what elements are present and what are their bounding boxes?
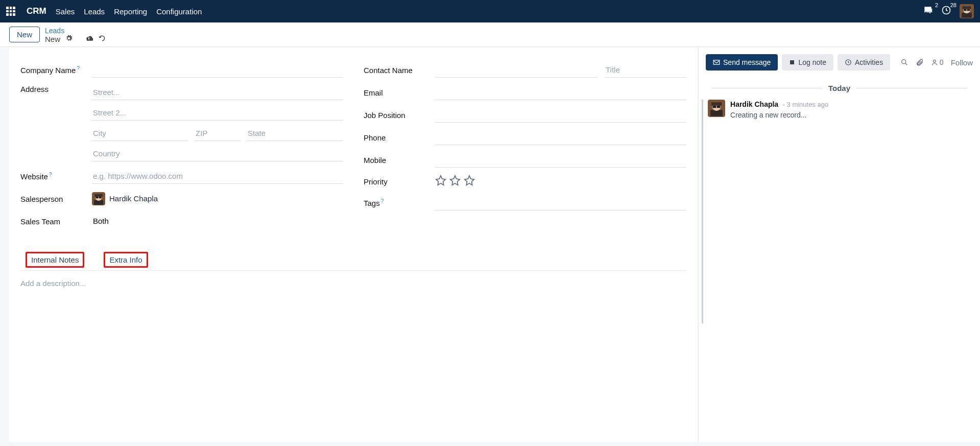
country-input[interactable] — [92, 146, 343, 161]
chat-icon[interactable]: 2 — [923, 5, 933, 17]
company-name-label: Company Name? — [20, 65, 92, 75]
chat-badge: 2 — [935, 2, 938, 8]
svg-point-10 — [902, 60, 906, 64]
undo-icon[interactable] — [98, 35, 106, 43]
help-icon[interactable]: ? — [77, 65, 80, 71]
city-input[interactable] — [92, 126, 188, 141]
form-card: Company Name? Address — [9, 47, 698, 442]
salesperson-avatar — [92, 192, 105, 205]
nav-leads[interactable]: Leads — [84, 7, 105, 16]
cloud-upload-icon[interactable] — [85, 35, 93, 43]
svg-rect-8 — [790, 60, 794, 64]
zip-input[interactable] — [195, 126, 241, 141]
description-input[interactable] — [20, 279, 686, 340]
tab-extra-info[interactable]: Extra Info — [101, 250, 151, 270]
address-label: Address — [20, 85, 92, 93]
nav-sales[interactable]: Sales — [56, 7, 75, 16]
mobile-input[interactable] — [435, 152, 686, 168]
svg-point-11 — [934, 60, 936, 62]
salesperson-label: Salesperson — [20, 195, 92, 203]
attachment-icon[interactable] — [916, 58, 924, 66]
star-icon[interactable] — [435, 175, 446, 188]
search-icon[interactable] — [900, 58, 909, 66]
mobile-label: Mobile — [364, 156, 435, 165]
send-message-button[interactable]: Send message — [706, 54, 778, 71]
subheader: New Leads New — [0, 22, 980, 47]
breadcrumb-parent[interactable]: Leads — [45, 27, 106, 35]
tab-internal-notes[interactable]: Internal Notes — [22, 250, 87, 270]
email-input[interactable] — [435, 85, 686, 100]
message-text: Creating a new record... — [730, 111, 828, 119]
apps-icon[interactable] — [6, 7, 15, 16]
log-note-button[interactable]: Log note — [782, 54, 833, 71]
followers-icon[interactable]: 0 — [931, 58, 944, 66]
message-time: - 3 minutes ago — [783, 101, 829, 108]
clock-badge: 28 — [950, 2, 957, 8]
salesteam-label: Sales Team — [20, 217, 92, 226]
tags-label: Tags? — [364, 198, 435, 207]
priority-label: Priority — [364, 177, 435, 186]
brand[interactable]: CRM — [27, 6, 46, 16]
website-label: Website? — [20, 172, 92, 181]
timeline-today: Today — [706, 84, 973, 92]
follow-button[interactable]: Follow — [951, 58, 973, 67]
gear-icon[interactable] — [65, 35, 73, 43]
title-input[interactable] — [605, 62, 686, 78]
star-icon[interactable] — [449, 175, 461, 188]
company-name-input[interactable] — [92, 62, 343, 78]
clock-icon[interactable]: 28 — [941, 5, 951, 17]
street2-input[interactable] — [92, 105, 343, 121]
email-label: Email — [364, 88, 435, 97]
chatter-panel: Send message Log note Activities 0 Follo… — [698, 47, 980, 442]
new-button[interactable]: New — [9, 27, 40, 42]
top-nav: CRM Sales Leads Reporting Configuration … — [0, 0, 980, 22]
salesteam-input[interactable] — [92, 214, 343, 229]
street-input[interactable] — [92, 85, 343, 100]
star-icon[interactable] — [464, 175, 475, 188]
salesperson-value[interactable]: Hardik Chapla — [109, 191, 343, 206]
contact-name-label: Contact Name — [364, 66, 435, 75]
message-author[interactable]: Hardik Chapla — [730, 100, 778, 108]
message: Hardik Chapla - 3 minutes ago Creating a… — [708, 100, 973, 119]
nav-configuration[interactable]: Configuration — [156, 7, 202, 16]
follower-count: 0 — [940, 58, 944, 66]
tabs: Internal Notes Extra Info — [20, 250, 686, 271]
job-input[interactable] — [435, 107, 686, 123]
phone-input[interactable] — [435, 130, 686, 145]
tags-input[interactable] — [435, 195, 686, 210]
website-input[interactable] — [92, 169, 343, 184]
nav-reporting[interactable]: Reporting — [114, 7, 147, 16]
message-avatar — [708, 100, 725, 117]
job-label: Job Position — [364, 111, 435, 120]
phone-label: Phone — [364, 133, 435, 142]
breadcrumb-current: New — [45, 35, 60, 43]
contact-name-input[interactable] — [435, 62, 597, 78]
help-icon[interactable]: ? — [381, 198, 384, 204]
activities-button[interactable]: Activities — [838, 54, 890, 71]
help-icon[interactable]: ? — [49, 172, 52, 177]
user-avatar[interactable] — [960, 4, 974, 18]
state-input[interactable] — [247, 126, 343, 141]
timeline-line — [702, 100, 703, 323]
